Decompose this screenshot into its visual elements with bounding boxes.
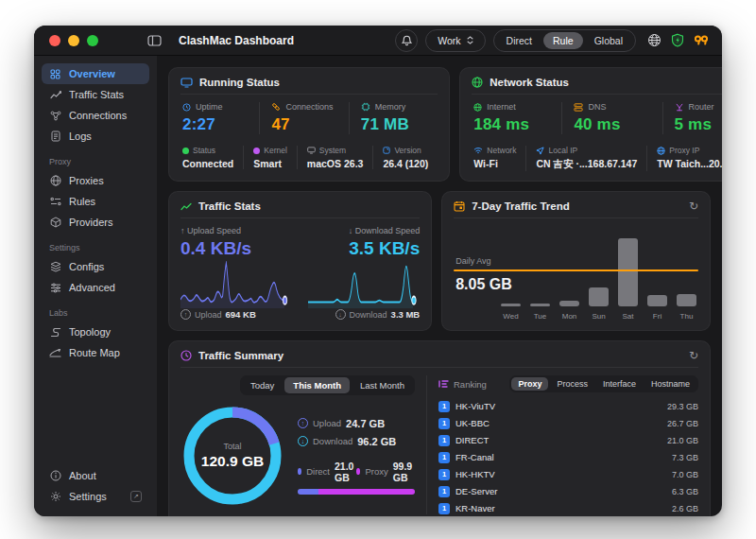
rank-value: 7.3 GB (657, 453, 698, 462)
sidebar-item-label: Connections (69, 110, 127, 121)
tab-last-month[interactable]: Last Month (352, 377, 413, 393)
rank-name: FR-Canal (455, 452, 522, 462)
mode-direct[interactable]: Direct (497, 32, 541, 49)
period-tabs: Today This Month Last Month (240, 375, 415, 395)
bell-icon (402, 35, 412, 46)
sidebar-item-rules[interactable]: Rules (42, 191, 149, 212)
running-status-card: Running Status Uptime 2:27 Connections 4… (168, 67, 450, 182)
trend-bar (589, 287, 609, 306)
refresh-icon[interactable]: ↻ (689, 200, 698, 212)
daily-avg-value: 8.05 GB (455, 276, 512, 293)
info-local-ip: Local IP CN 吉安 ·...168.67.147 (525, 146, 646, 171)
sidebar-section-settings: Settings (49, 243, 142, 252)
sidebar-item-configs[interactable]: Configs (42, 256, 149, 277)
info-icon (49, 470, 61, 481)
sidebar-item-settings[interactable]: Settings ↗ (42, 486, 149, 507)
info-version: Version 26.4 (120) (372, 146, 438, 169)
clock-icon (180, 350, 192, 361)
sidebar-item-providers[interactable]: Providers (42, 212, 149, 233)
daily-avg-label: Daily Avg (455, 256, 490, 266)
rules-list-icon (49, 197, 61, 206)
tab-this-month[interactable]: This Month (284, 377, 350, 393)
sidebar-item-label: About (69, 470, 96, 481)
profile-selector[interactable]: Work (425, 29, 485, 52)
tab-process[interactable]: Process (550, 377, 594, 391)
shield-bolt-button[interactable] (671, 33, 684, 47)
tab-today[interactable]: Today (242, 377, 283, 393)
traffic-stats-card: Traffic Stats ↑ Upload Speed 0.4 KB/s ↑U… (168, 191, 432, 331)
zoom-button[interactable] (87, 35, 98, 46)
rank-name: KR-Naver (455, 503, 522, 513)
upload-speed-panel: ↑ Upload Speed 0.4 KB/s ↑Upload694 KB (180, 226, 293, 320)
rank-name: DIRECT (455, 435, 522, 445)
globe-icon (49, 175, 61, 186)
router-icon (675, 103, 684, 112)
sidebar-item-about[interactable]: About (42, 465, 149, 486)
sidebar-item-label: Topology (69, 326, 111, 338)
monitor-icon (307, 147, 316, 154)
topology-icon (49, 327, 61, 338)
upload-sparkline (180, 261, 293, 308)
summary-upload-row: ↑ Upload24.7 GB (298, 418, 415, 429)
info-kernel: Kernel Smart (243, 146, 297, 169)
dns-server-icon (574, 103, 583, 112)
close-button[interactable] (49, 35, 60, 46)
sidebar-section-proxy: Proxy (49, 157, 142, 166)
package-icon (49, 217, 61, 228)
direct-dot (298, 468, 301, 475)
tab-interface[interactable]: Interface (596, 377, 643, 391)
refresh-icon[interactable]: ↻ (689, 350, 698, 361)
sidebar-item-label: Configs (69, 261, 104, 272)
sidebar-item-proxies[interactable]: Proxies (42, 170, 149, 191)
metric-value: 71 MB (361, 115, 438, 134)
download-speed-value: 3.5 KB/s (308, 238, 421, 259)
sidebar-item-route-map[interactable]: Route Map (42, 342, 149, 363)
mode-global[interactable]: Global (585, 32, 632, 49)
metric-internet: Internet 184 ms (472, 102, 561, 134)
sidebar-item-advanced[interactable]: Advanced (42, 277, 149, 298)
arrow-down-icon: ↓ (349, 226, 355, 235)
tab-proxy[interactable]: Proxy (511, 377, 548, 391)
metric-value: 47 (271, 115, 348, 134)
sidebar-item-traffic-stats[interactable]: Traffic Stats (42, 84, 149, 105)
sidebar-item-topology[interactable]: Topology (42, 322, 149, 342)
external-link-icon[interactable]: ↗ (130, 491, 142, 502)
metric-uptime: Uptime 2:27 (180, 102, 259, 134)
sidebar-item-overview[interactable]: Overview (42, 63, 149, 84)
document-icon (49, 130, 61, 142)
card-title: Traffic Stats (198, 200, 261, 212)
paw-button[interactable] (694, 34, 709, 46)
minimize-button[interactable] (68, 35, 79, 46)
sidebar-item-label: Route Map (69, 347, 120, 358)
proxy-globe-icon (657, 147, 665, 155)
sidebar-item-logs[interactable]: Logs (42, 126, 149, 147)
summary-left-panel: Today This Month Last Month (180, 375, 427, 514)
trend-day-labels: Wed Tue Mon Sun Sat Fri Thu (501, 312, 696, 321)
circle-up-icon: ↑ (298, 418, 308, 428)
card-title: 7-Day Traffic Trend (472, 200, 570, 212)
upload-speed-value: 0.4 KB/s (180, 238, 293, 259)
mode-rule[interactable]: Rule (543, 32, 583, 49)
monitor-icon (180, 78, 193, 88)
download-speed-panel: ↓ Download Speed 3.5 KB/s ↓Download3.3 M… (308, 226, 421, 320)
trend-bar (559, 301, 579, 306)
layers-icon (49, 261, 61, 272)
sidebar-section-labs: Labs (49, 308, 142, 318)
ranking-panel: Ranking Proxy Process Interface Hostname… (427, 375, 698, 514)
metric-value: 184 ms (473, 115, 561, 134)
ranking-row: 1 HK-ViuTV 29.3 GB (438, 400, 698, 412)
sidebar-item-connections[interactable]: Connections (42, 105, 149, 126)
status-dot (182, 148, 189, 154)
metric-value: 5 ms (675, 115, 722, 134)
sidebar-toggle-icon[interactable] (147, 35, 162, 46)
ranking-row: 1 DE-Server 6.3 GB (438, 485, 698, 497)
notifications-button[interactable] (395, 29, 418, 52)
rank-badge: 1 (438, 418, 450, 429)
globe-button[interactable] (647, 33, 662, 47)
titlebar: ClashMac Dashboard Work Direct Rule Glob… (34, 26, 722, 56)
mode-switcher: Direct Rule Global (493, 29, 636, 52)
direct-stat: Direct21.0 GB (298, 461, 356, 483)
sidebar-item-label: Rules (69, 196, 95, 207)
tab-hostname[interactable]: Hostname (644, 377, 696, 391)
sidebar-item-label: Proxies (69, 175, 104, 186)
